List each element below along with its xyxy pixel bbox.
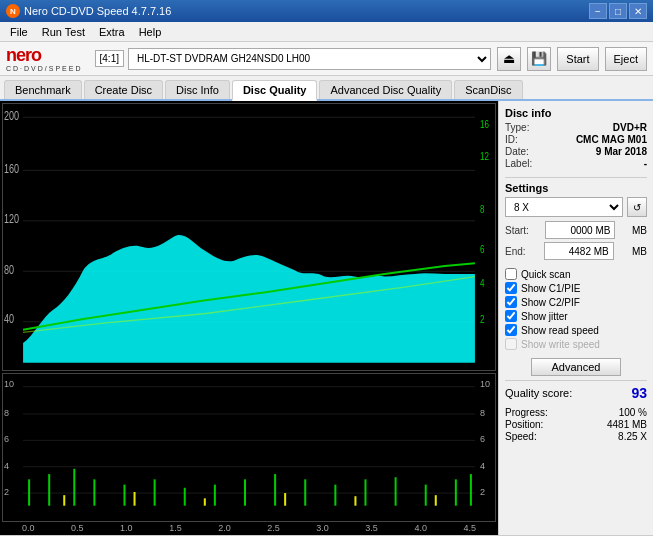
tab-create-disc[interactable]: Create Disc <box>84 80 163 99</box>
start-input[interactable] <box>545 221 615 239</box>
svg-text:200: 200 <box>4 109 19 123</box>
show-write-speed-checkbox <box>505 338 517 350</box>
svg-text:4: 4 <box>480 460 485 470</box>
progress-section: Progress: 100 % Position: 4481 MB Speed:… <box>505 407 647 442</box>
top-chart: 200 160 120 80 40 16 12 8 6 4 2 <box>2 103 496 371</box>
chart-area: 200 160 120 80 40 16 12 8 6 4 2 <box>0 101 498 535</box>
toolbar: nero CD·DVD/SPEED [4:1] HL-DT-ST DVDRAM … <box>0 42 653 76</box>
menu-help[interactable]: Help <box>133 24 168 40</box>
svg-rect-36 <box>154 479 156 505</box>
maximize-button[interactable]: □ <box>609 3 627 19</box>
position-row: Position: 4481 MB <box>505 419 647 430</box>
menu-extra[interactable]: Extra <box>93 24 131 40</box>
checkboxes-section: Quick scan Show C1/PIE Show C2/PIF Show … <box>505 268 647 350</box>
svg-text:10: 10 <box>480 378 490 388</box>
menu-file[interactable]: File <box>4 24 34 40</box>
svg-rect-35 <box>123 484 125 505</box>
end-input[interactable] <box>544 242 614 260</box>
eject-icon-btn[interactable]: ⏏ <box>497 47 521 71</box>
svg-text:6: 6 <box>4 434 9 444</box>
right-panel: Disc info Type: DVD+R ID: CMC MAG M01 Da… <box>498 101 653 535</box>
show-jitter-checkbox[interactable] <box>505 310 517 322</box>
svg-rect-44 <box>395 477 397 505</box>
disc-type-value: DVD+R <box>613 122 647 133</box>
disc-type-row: Type: DVD+R <box>505 122 647 133</box>
disc-id-row: ID: CMC MAG M01 <box>505 134 647 145</box>
svg-text:80: 80 <box>4 263 14 277</box>
disc-id-value: CMC MAG M01 <box>576 134 647 145</box>
start-label: Start: <box>505 225 529 236</box>
show-jitter-row: Show jitter <box>505 310 647 322</box>
tab-benchmark[interactable]: Benchmark <box>4 80 82 99</box>
drive-port-label: [4:1] <box>95 50 124 67</box>
settings-refresh-icon[interactable]: ↺ <box>627 197 647 217</box>
show-read-speed-checkbox[interactable] <box>505 324 517 336</box>
title-bar-buttons: − □ ✕ <box>589 3 647 19</box>
drive-dropdown[interactable]: HL-DT-ST DVDRAM GH24NSD0 LH00 <box>128 48 491 70</box>
start-mb: MB <box>632 225 647 236</box>
settings-section: Settings 8 X ↺ Start: MB End: MB <box>505 182 647 260</box>
svg-rect-39 <box>244 479 246 505</box>
show-c2-checkbox[interactable] <box>505 296 517 308</box>
show-c1-checkbox[interactable] <box>505 282 517 294</box>
start-range-row: Start: MB <box>505 221 647 239</box>
tab-disc-info[interactable]: Disc Info <box>165 80 230 99</box>
svg-text:12: 12 <box>480 150 489 162</box>
end-mb: MB <box>632 246 647 257</box>
speed-value: 8.25 X <box>618 431 647 442</box>
show-write-speed-label: Show write speed <box>521 339 600 350</box>
svg-rect-43 <box>364 479 366 505</box>
disc-info-title: Disc info <box>505 107 647 119</box>
svg-rect-38 <box>214 484 216 505</box>
disc-label-value: - <box>644 158 647 169</box>
disc-date-label: Date: <box>505 146 529 157</box>
progress-value: 100 % <box>619 407 647 418</box>
disc-date-row: Date: 9 Mar 2018 <box>505 146 647 157</box>
position-label: Position: <box>505 419 543 430</box>
svg-rect-31 <box>28 479 30 505</box>
svg-rect-49 <box>134 492 136 506</box>
tab-disc-quality[interactable]: Disc Quality <box>232 80 318 101</box>
end-range-row: End: MB <box>505 242 647 260</box>
svg-rect-47 <box>470 474 472 506</box>
disc-id-label: ID: <box>505 134 518 145</box>
show-read-speed-row: Show read speed <box>505 324 647 336</box>
save-icon-btn[interactable]: 💾 <box>527 47 551 71</box>
svg-rect-50 <box>204 498 206 505</box>
svg-text:8: 8 <box>480 407 485 417</box>
svg-rect-32 <box>48 474 50 506</box>
quick-scan-checkbox[interactable] <box>505 268 517 280</box>
speed-row: Speed: 8.25 X <box>505 431 647 442</box>
svg-rect-34 <box>93 479 95 505</box>
nero-logo: nero <box>6 46 41 64</box>
svg-rect-46 <box>455 479 457 505</box>
advanced-button[interactable]: Advanced <box>531 358 621 376</box>
settings-title: Settings <box>505 182 647 194</box>
quality-score-row: Quality score: 93 <box>505 385 647 401</box>
svg-rect-41 <box>304 479 306 505</box>
close-button[interactable]: ✕ <box>629 3 647 19</box>
quality-score-label: Quality score: <box>505 387 572 399</box>
svg-text:6: 6 <box>480 243 484 255</box>
svg-text:4: 4 <box>480 277 484 289</box>
show-c1-label: Show C1/PIE <box>521 283 580 294</box>
start-button[interactable]: Start <box>557 47 598 71</box>
menu-run-test[interactable]: Run Test <box>36 24 91 40</box>
x-axis-labels: 0.00.51.01.52.02.53.03.54.04.5 <box>2 522 496 533</box>
show-jitter-label: Show jitter <box>521 311 568 322</box>
svg-rect-45 <box>425 484 427 505</box>
minimize-button[interactable]: − <box>589 3 607 19</box>
svg-text:2: 2 <box>480 313 484 325</box>
svg-rect-52 <box>354 496 356 505</box>
svg-text:6: 6 <box>480 434 485 444</box>
svg-rect-33 <box>73 468 75 505</box>
speed-dropdown[interactable]: 8 X <box>505 197 623 217</box>
tab-advanced-disc-quality[interactable]: Advanced Disc Quality <box>319 80 452 99</box>
end-label: End: <box>505 246 526 257</box>
disc-label-row: Label: - <box>505 158 647 169</box>
eject-button[interactable]: Eject <box>605 47 647 71</box>
svg-rect-42 <box>334 484 336 505</box>
svg-text:120: 120 <box>4 212 19 226</box>
svg-text:10: 10 <box>4 378 14 388</box>
tab-scandisc[interactable]: ScanDisc <box>454 80 522 99</box>
